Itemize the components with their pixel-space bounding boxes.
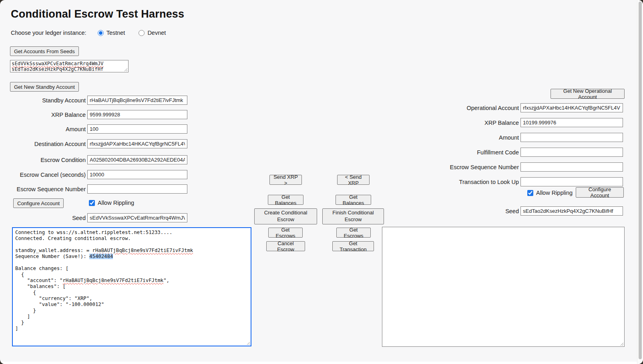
operational-amount-input[interactable] [520,133,623,142]
escrow-cancel-input[interactable] [87,170,187,179]
standby-xrp-balance-input[interactable] [87,110,187,119]
standby-amount-input[interactable] [87,124,187,134]
devnet-radio[interactable] [139,30,145,36]
standby-get-balances-button[interactable]: Get Balances [268,195,303,205]
standby-seed-label: Seed [10,215,86,221]
operational-account-row: Operational Account [424,103,623,113]
console-text: Sequence Number (Save!): [15,254,89,259]
operational-xrp-balance-input[interactable] [520,118,623,127]
get-new-standby-account-button[interactable]: Get New Standby Account [10,82,79,92]
ledger-instance-row: Choose your ledger instance: Testnet Dev… [11,30,166,36]
operational-account-input[interactable] [520,103,623,112]
transaction-lookup-input[interactable] [520,177,623,186]
console-text: ", "balances": [ { "currency": "XRP", "v… [15,278,169,331]
destination-account-label: Destination Account [10,141,86,147]
operational-seed-label: Seed [424,208,519,214]
transaction-lookup-row: Transaction to Look Up [424,177,623,187]
send-xrp-right-button[interactable]: Send XRP > [269,175,302,185]
radio-option-devnet[interactable]: Devnet [139,30,166,36]
resize-handle-icon[interactable] [246,341,250,345]
cancel-escrow-button[interactable]: Cancel Escrow [266,241,305,251]
operational-xrp-balance-label: XRP Balance [424,120,519,126]
standby-seed-input[interactable] [87,213,187,222]
testnet-radio[interactable] [98,30,104,36]
operational-configure-account-button[interactable]: Configure Account [576,187,624,198]
escrow-cancel-row: Escrow Cancel (seconds) [10,170,187,180]
standby-get-escrows-button[interactable]: Get Escrows [268,228,303,238]
operational-amount-label: Amount [424,134,519,141]
escrow-condition-label: Escrow Condition [10,157,86,163]
get-accounts-from-seeds-button[interactable]: Get Accounts From Seeds [10,46,79,56]
vertical-scrollbar[interactable] [637,0,643,364]
operational-allow-rippling-checkbox[interactable] [527,190,533,196]
operational-escrow-sequence-input[interactable] [520,162,623,172]
operational-allow-rippling[interactable]: Allow Rippling [527,190,573,196]
operational-amount-row: Amount [424,132,623,142]
console-text: Balance changes: [ { "account": " [15,266,68,283]
page: Conditional Escrow Test Harness Choose y… [0,0,643,364]
radio-option-testnet[interactable]: Testnet [98,30,125,36]
console-wavy-address: rHaBAUTjBqBcj8ne9sV7Fd2tiE7ivFJtmk [62,278,163,283]
console-selected-sequence: 45402484 [89,254,113,259]
get-new-operational-account-button[interactable]: Get New Operational Account [551,89,625,99]
standby-allow-rippling-label: Allow Rippling [98,200,134,206]
resize-handle-icon[interactable] [124,68,128,72]
ledger-instance-label: Choose your ledger instance: [11,30,86,36]
page-title: Conditional Escrow Test Harness [11,8,184,20]
resize-handle-icon[interactable] [620,342,624,346]
standby-configure-account-button[interactable]: Configure Account [13,198,64,208]
standby-amount-label: Amount [10,126,86,132]
destination-account-row: Destination Account [10,139,187,149]
console-wavy-address: rHaBAUTjBqBcj8ne9sV7Fd2tiE7ivFJtmk [92,248,193,253]
operational-account-label: Operational Account [424,105,519,111]
fulfillment-code-row: Fulfillment Code [424,147,623,157]
operational-allow-rippling-label: Allow Rippling [536,190,573,196]
horizontal-scrollbar-track[interactable] [0,362,637,364]
fulfillment-code-label: Fulfillment Code [424,149,519,156]
standby-seed-row: Seed [10,213,187,223]
operational-seed-input[interactable] [520,206,623,216]
seed-line-operational: sEdTao2dKsezHzkPq4X2gC7KNuBifHf [12,66,127,72]
standby-amount-row: Amount [10,124,187,134]
escrow-condition-row: Escrow Condition [10,155,187,165]
standby-allow-rippling[interactable]: Allow Rippling [89,200,134,206]
standby-xrp-balance-label: XRP Balance [10,112,86,118]
standby-allow-rippling-checkbox[interactable] [89,200,95,206]
send-xrp-left-button[interactable]: < Send XRP [337,175,370,185]
operational-get-balances-button[interactable]: Get Balances [336,195,371,205]
transaction-lookup-label: Transaction to Look Up [424,179,519,185]
standby-escrow-sequence-row: Escrow Sequence Number [10,184,187,194]
standby-account-row: Standby Account [10,95,187,105]
get-transaction-button[interactable]: Get Transaction [332,241,374,251]
vertical-scrollbar-thumb[interactable] [639,2,642,359]
operational-seed-row: Seed [424,206,623,216]
operational-get-escrows-button[interactable]: Get Escrows [336,228,371,238]
seeds-textarea[interactable]: sEdVVkSsswaXPCvEatRmcarRrq4WmJV sEdTao2d… [10,60,129,72]
operational-results-textarea[interactable] [382,227,625,347]
finish-conditional-escrow-button[interactable]: Finish Conditional Escrow [322,208,384,224]
devnet-radio-label: Devnet [147,30,166,36]
operational-escrow-sequence-row: Escrow Sequence Number [424,162,623,172]
destination-account-input[interactable] [87,139,187,148]
standby-escrow-sequence-label: Escrow Sequence Number [10,186,86,192]
seed-line-standby: sEdVVkSsswaXPCvEatRmcarRrq4WmJV [12,61,127,66]
testnet-radio-label: Testnet [106,30,125,36]
standby-account-input[interactable] [87,96,187,105]
standby-results-textarea[interactable]: Connecting to wss://s.altnet.rippletest.… [12,227,251,346]
standby-xrp-balance-row: XRP Balance [10,110,187,120]
operational-xrp-balance-row: XRP Balance [424,118,623,128]
create-conditional-escrow-button[interactable]: Create Conditional Escrow [254,208,317,224]
escrow-cancel-label: Escrow Cancel (seconds) [10,172,86,178]
fulfillment-code-input[interactable] [520,148,623,157]
standby-account-label: Standby Account [10,97,86,104]
operational-escrow-sequence-label: Escrow Sequence Number [424,164,519,170]
standby-escrow-sequence-input[interactable] [87,184,187,194]
escrow-condition-input[interactable] [87,155,187,164]
